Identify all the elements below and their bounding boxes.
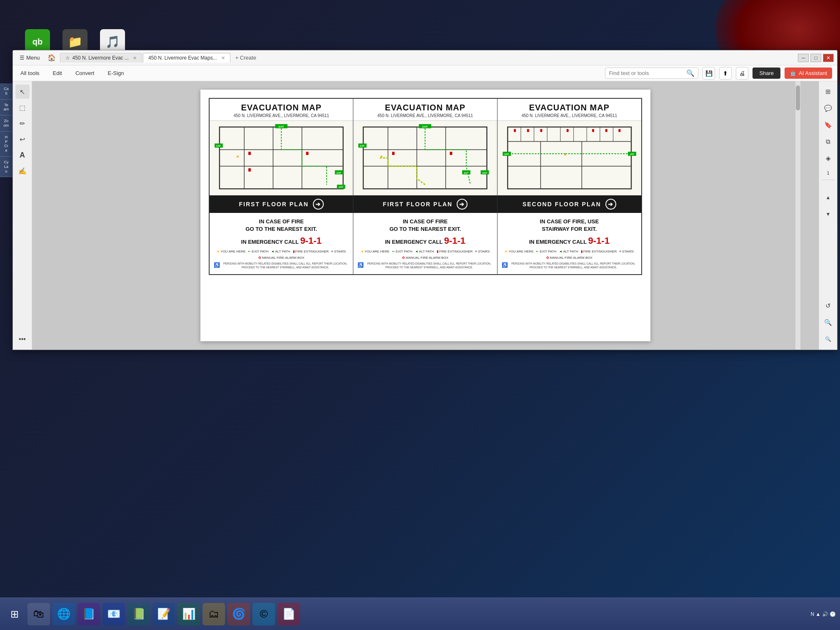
print-icon-button[interactable]: 🖨	[736, 67, 748, 80]
legend-3: ★ YOU ARE HERE ⇐ EXIT PATH ◄ ALT PATH ▮ …	[502, 250, 637, 260]
scroll-track[interactable]	[795, 81, 800, 350]
disability-desc-2: PERSONS WITH MOBILITY RELATED DISABILITI…	[365, 262, 492, 269]
browser-window: ☰ Menu 🏠 ☆ 450 N. Livermore Evac ... ✕ 4…	[12, 50, 838, 350]
legend-you-are-here-2: ★ YOU ARE HERE	[361, 250, 390, 253]
sign-tool[interactable]: ✍	[15, 164, 30, 178]
emergency-text-3: IN EMERGENCY CALL	[529, 239, 587, 245]
svg-text:EXIT: EXIT	[482, 172, 487, 174]
taskbar-store[interactable]: 🛍	[28, 603, 50, 625]
search-input[interactable]	[609, 70, 684, 76]
share-button[interactable]: Share	[752, 68, 780, 79]
legend-2: ★ YOU ARE HERE ⇐ EXIT PATH ◄ ALT PATH ▮ …	[358, 250, 492, 260]
left-label-1[interactable]: CaS	[0, 83, 12, 100]
taskbar-outlook[interactable]: 📧	[102, 603, 125, 625]
taskbar-excel[interactable]: 📊	[178, 603, 200, 625]
select-tool[interactable]: ↖	[15, 85, 30, 99]
scroll-up-btn[interactable]: ▲	[821, 190, 835, 205]
legend-alarm-3: ✿ MANUAL FIRE ALARM BOX	[546, 256, 592, 260]
floor-label-text-1: FIRST FLOOR PLAN	[239, 201, 309, 208]
select-area-tool[interactable]: ⬚	[15, 100, 30, 115]
start-button[interactable]: ⊞	[4, 604, 25, 625]
new-tab-button[interactable]: + Create	[231, 53, 260, 62]
svg-rect-42	[450, 152, 452, 155]
scroll-down-btn[interactable]: ▼	[821, 207, 835, 221]
system-tray-icons: N ▲ 🔊 🕐	[810, 611, 836, 617]
star-icon: ☆	[65, 55, 70, 61]
minimize-button[interactable]: ─	[798, 54, 809, 62]
pdf-area: EVACUATION MAP 450 N. LIVERMORE AVE., LI…	[32, 81, 819, 350]
taskbar-publisher[interactable]: 📗	[128, 603, 150, 625]
layers-btn[interactable]: ◈	[821, 151, 835, 165]
search-bar: 🔍	[605, 68, 698, 79]
esign-button[interactable]: E-Sign	[105, 68, 126, 78]
left-label-hp[interactable]: HPCre	[0, 132, 12, 157]
taskbar-acrobat[interactable]: 📄	[278, 603, 300, 625]
legend-alarm-1: ✿ MANUAL FIRE ALARM BOX	[258, 256, 305, 260]
zoom-out-btn[interactable]: 🔍	[821, 332, 835, 346]
refresh-btn[interactable]: ↺	[821, 299, 835, 313]
evac-address-1: 450 N. LIVERMORE AVE., LIVERMORE, CA 945…	[213, 113, 350, 118]
left-label-teams[interactable]: Team	[0, 100, 12, 116]
taskbar-word[interactable]: 📝	[152, 603, 175, 625]
save-icon-button[interactable]: 💾	[702, 67, 715, 80]
svg-text:★: ★	[563, 152, 567, 157]
tab-1-close[interactable]: ✕	[133, 55, 137, 61]
edit-button[interactable]: Edit	[50, 68, 65, 78]
legend-alt-path-2: ◄ ALT PATH	[415, 250, 434, 253]
ai-assistant-button[interactable]: 🤖 AI Assistant	[785, 68, 832, 79]
text-tool[interactable]: A	[15, 148, 30, 162]
legend-extinguisher-1: ▮ FIRE EXTINGUISHER	[293, 250, 329, 253]
comment-btn[interactable]: 💬	[821, 101, 835, 115]
taskbar: ⊞ 🛍 🌐 📘 📧 📗 📝 📊 🗂 🌀 © 📄 N ▲ 🔊 🕐	[0, 598, 840, 630]
copy-btn[interactable]: ⧉	[821, 135, 835, 149]
evacuation-grid: EVACUATION MAP 450 N. LIVERMORE AVE., LI…	[209, 98, 642, 275]
wheelchair-icon-1: ♿	[214, 262, 220, 269]
convert-button[interactable]: Convert	[73, 68, 97, 78]
tab-2-close[interactable]: ✕	[221, 55, 225, 61]
floor-plan-img-3: EXIT EXIT	[498, 120, 641, 195]
evac-header-3: EVACUATION MAP 450 N. LIVERMORE AVE., LI…	[498, 99, 641, 120]
left-label-zoom[interactable]: Zoom	[0, 115, 12, 132]
disability-text-2: ♿ PERSONS WITH MOBILITY RELATED DISABILI…	[358, 262, 492, 269]
tab-1[interactable]: ☆ 450 N. Livermore Evac ... ✕	[60, 53, 142, 62]
legend-1: ★ YOU ARE HERE ⇐ EXIT PATH ◄ ALT PATH ▮ …	[214, 250, 349, 260]
draw-tool[interactable]: ✏	[15, 116, 30, 130]
left-label-cy[interactable]: CyLau	[0, 157, 12, 177]
zoom-in-btn[interactable]: 🔍	[821, 315, 835, 330]
svg-text:EXIT: EXIT	[339, 186, 343, 188]
legend-alt-path-1: ◄ ALT PATH	[271, 250, 290, 253]
bookmark-btn[interactable]: 🔖	[821, 118, 835, 132]
svg-text:EXIT: EXIT	[279, 125, 285, 128]
evac-title-2: EVACUATION MAP	[357, 103, 493, 112]
floor-arrow-3: ➔	[605, 199, 616, 210]
home-button[interactable]: 🏠	[46, 52, 58, 64]
legend-extinguisher-3: ▮ FIRE EXTINGUISHER	[581, 250, 617, 253]
emergency-call-1: IN EMERGENCY CALL 9-1-1	[214, 235, 349, 246]
tab-2[interactable]: 450 N. Livermore Evac Maps... ✕	[143, 53, 230, 62]
floor-label-1: FIRST FLOOR PLAN ➔	[210, 195, 353, 213]
scroll-thumb[interactable]	[796, 85, 800, 110]
svg-text:★: ★	[380, 154, 384, 159]
evac-address-3: 450 N. LIVERMORE AVE., LIVERMORE, CA 945…	[501, 113, 638, 118]
taskbar-ccleaner[interactable]: ©	[252, 603, 275, 625]
upload-icon-button[interactable]: ⬆	[719, 67, 732, 80]
maximize-button[interactable]: □	[810, 54, 821, 62]
organize-pages-btn[interactable]: ⊞	[821, 85, 835, 99]
floor-label-text-2: FIRST FLOOR PLAN	[383, 201, 452, 208]
more-tools[interactable]: •••	[15, 332, 30, 346]
close-button[interactable]: ✕	[823, 54, 834, 62]
menu-button[interactable]: ☰ Menu	[16, 53, 43, 62]
svg-rect-23	[306, 152, 308, 155]
undo-tool[interactable]: ↩	[15, 132, 30, 146]
legend-exit-path-2: ⇐ EXIT PATH	[392, 250, 412, 253]
all-tools-button[interactable]: All tools	[18, 68, 42, 78]
system-tray: N ▲ 🔊 🕐	[810, 611, 836, 617]
svg-rect-66	[540, 129, 542, 132]
legend-exit-path-1: ⇐ EXIT PATH	[248, 250, 268, 253]
taskbar-chrome[interactable]: 🌀	[228, 603, 250, 625]
emergency-call-2: IN EMERGENCY CALL 9-1-1	[358, 235, 492, 246]
svg-rect-41	[392, 152, 395, 155]
taskbar-edge[interactable]: 🌐	[52, 603, 75, 625]
taskbar-onenote[interactable]: 📘	[78, 603, 100, 625]
taskbar-files[interactable]: 🗂	[202, 603, 225, 625]
